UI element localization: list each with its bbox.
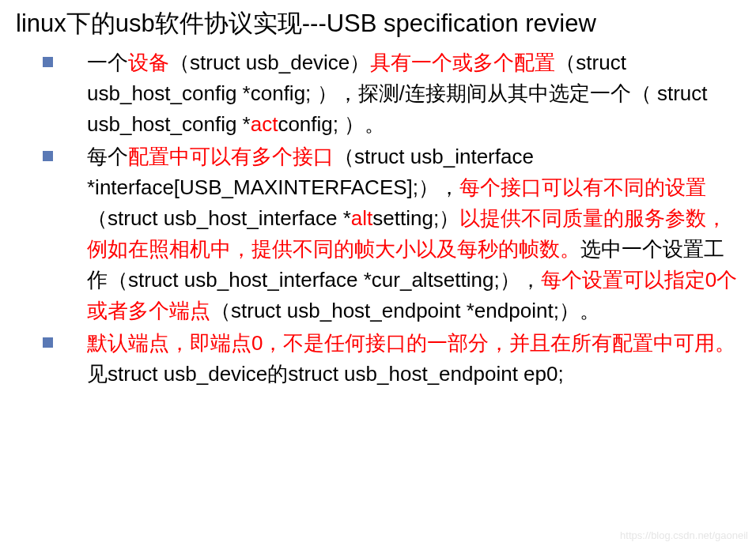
list-item: 每个配置中可以有多个接口（struct usb_interface *inter…: [40, 141, 740, 326]
square-bullet-icon: [43, 151, 53, 161]
text-segment: 默认端点，即端点0，不是任何接口的一部分，并且在所有配置中可用。: [87, 331, 735, 355]
text-segment: setting;）: [372, 206, 459, 230]
text-segment: alt: [351, 206, 372, 230]
bullet-list: 一个设备（struct usb_device）具有一个或多个配置（struct …: [40, 47, 740, 390]
page-title: linux下的usb软件协议实现---USB specification rev…: [0, 0, 756, 44]
text-segment: 具有一个或多个配置: [370, 51, 555, 74]
text-segment: （struct usb_device）: [169, 51, 370, 74]
list-item: 默认端点，即端点0，不是任何接口的一部分，并且在所有配置中可用。见struct …: [40, 328, 740, 390]
text-segment: 见struct usb_device的struct usb_host_endpo…: [87, 362, 564, 386]
text-segment: 一个: [87, 51, 128, 74]
text-segment: （struct usb_host_endpoint *endpoint;）。: [210, 299, 600, 322]
text-segment: config; ）。: [278, 112, 385, 136]
square-bullet-icon: [43, 337, 53, 348]
list-item: 一个设备（struct usb_device）具有一个或多个配置（struct …: [40, 47, 740, 140]
text-segment: 每个接口可以有不同的设置: [459, 175, 706, 199]
text-segment: 设备: [128, 51, 169, 74]
text-segment: 配置中可以有多个接口: [128, 145, 334, 168]
text-segment: （struct usb_host_interface *: [87, 206, 351, 230]
text-segment: 每个: [87, 145, 128, 168]
watermark-text: https://blog.csdn.net/gaoneil: [620, 529, 748, 541]
square-bullet-icon: [43, 57, 53, 67]
content-area: 一个设备（struct usb_device）具有一个或多个配置（struct …: [0, 44, 756, 390]
text-segment: act: [251, 112, 278, 136]
